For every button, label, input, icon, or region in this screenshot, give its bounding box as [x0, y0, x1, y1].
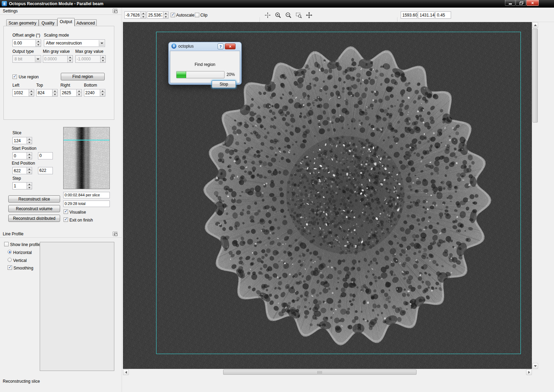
- coord-x-value[interactable]: [126, 12, 140, 18]
- settings-float-button[interactable]: [113, 9, 117, 13]
- show-line-profile-checkbox[interactable]: [4, 242, 9, 246]
- step-spin-buttons[interactable]: [27, 183, 32, 189]
- region-bottom-value[interactable]: [85, 90, 99, 96]
- vertical-scroll-thumb[interactable]: [533, 29, 538, 122]
- step-value[interactable]: [14, 183, 26, 189]
- start-position-value[interactable]: [14, 153, 26, 159]
- smoothing-checkbox[interactable]: [8, 265, 12, 270]
- autoscale-checkbox[interactable]: [171, 13, 175, 17]
- chevron-down-icon[interactable]: [99, 40, 104, 46]
- settings-panel-title: Settings: [3, 9, 18, 13]
- sinogram-preview-canvas: [64, 127, 109, 189]
- find-region-button[interactable]: Find region: [61, 73, 105, 80]
- scaling-mode-select[interactable]: After reconstruction: [44, 39, 105, 47]
- offset-angle-input[interactable]: [12, 39, 41, 47]
- pan-icon: [306, 12, 313, 19]
- start-position-spin-buttons[interactable]: [27, 153, 32, 159]
- offset-angle-value[interactable]: [14, 40, 35, 46]
- slice-spin-buttons[interactable]: [27, 137, 32, 144]
- region-bottom-spin-buttons[interactable]: [100, 89, 105, 96]
- vertical-radio[interactable]: [8, 258, 12, 262]
- crosshair-tool-button[interactable]: [263, 11, 272, 20]
- end-position-value[interactable]: [14, 168, 26, 174]
- slice-input[interactable]: [12, 137, 32, 144]
- readout-value-field: 0.45: [435, 11, 451, 19]
- region-top-value[interactable]: [38, 90, 51, 96]
- start-position-input-2[interactable]: 0: [38, 152, 53, 159]
- region-left-value[interactable]: [14, 90, 28, 96]
- tab-quality[interactable]: Quality: [39, 19, 57, 26]
- region-right-value[interactable]: [62, 90, 75, 96]
- coord-x-input[interactable]: [124, 11, 146, 19]
- octoplus-progress-dialog: 8 octoplus ? × Find region 20% Stop: [169, 42, 241, 85]
- region-bottom-label: Bottom: [84, 83, 97, 88]
- region-left-spin-buttons[interactable]: [29, 89, 34, 96]
- region-right-label: Right: [60, 83, 70, 88]
- minimize-icon: [509, 3, 512, 4]
- offset-angle-spin-buttons[interactable]: [36, 40, 41, 47]
- dialog-help-button[interactable]: ?: [218, 43, 223, 49]
- dialog-close-button[interactable]: ×: [225, 43, 236, 49]
- scroll-left-button[interactable]: [123, 369, 129, 375]
- horizontal-scrollbar[interactable]: [123, 369, 532, 375]
- spin-down-icon[interactable]: [36, 43, 41, 47]
- line-profile-float-button[interactable]: [113, 232, 117, 236]
- line-profile-panel-header: Line Profile: [0, 231, 122, 238]
- tab-output[interactable]: Output: [57, 18, 75, 26]
- dialog-message: Find region: [170, 62, 240, 67]
- spin-up-icon[interactable]: [36, 40, 41, 43]
- zoom-region-icon: [295, 12, 302, 19]
- region-top-input[interactable]: [36, 89, 58, 97]
- coord-y-input[interactable]: [147, 11, 169, 19]
- region-right-input[interactable]: [60, 89, 82, 97]
- zoom-out-tool-button[interactable]: [284, 11, 293, 20]
- tab-scan-geometry[interactable]: Scan geometry: [6, 19, 39, 26]
- region-bottom-input[interactable]: [84, 89, 105, 97]
- horizontal-radio[interactable]: [8, 250, 12, 254]
- end-position-input[interactable]: [12, 167, 32, 174]
- pan-tool-button[interactable]: [305, 11, 314, 20]
- close-icon: ×: [531, 0, 534, 6]
- scroll-down-button[interactable]: [532, 363, 538, 369]
- scroll-right-button[interactable]: [526, 369, 532, 375]
- per-slice-time-field: 0:00:02.844 per slice: [63, 192, 110, 198]
- zoom-in-tool-button[interactable]: [274, 11, 283, 20]
- vertical-scrollbar[interactable]: [532, 22, 538, 369]
- region-left-input[interactable]: [12, 89, 34, 97]
- slice-value[interactable]: [14, 138, 26, 144]
- scaling-mode-value: After reconstruction: [46, 41, 98, 46]
- coord-y-value[interactable]: [148, 12, 162, 18]
- horizontal-label: Horizontal: [13, 250, 32, 255]
- minimize-button[interactable]: [505, 0, 515, 6]
- coord-x-spin-buttons[interactable]: [141, 12, 146, 18]
- sinogram-preview: [63, 127, 110, 189]
- horizontal-scroll-thumb[interactable]: [223, 370, 417, 375]
- chevron-down-icon: [35, 56, 40, 62]
- exit-on-finish-checkbox[interactable]: [64, 217, 68, 222]
- min-gray-label: Min gray value: [43, 49, 70, 54]
- region-top-spin-buttons[interactable]: [52, 89, 57, 96]
- restore-button[interactable]: [516, 0, 526, 6]
- end-position-input-2[interactable]: 622: [38, 167, 53, 174]
- clip-checkbox[interactable]: [195, 13, 199, 17]
- tab-advanced[interactable]: Advanced: [75, 19, 97, 26]
- end-position-spin-buttons[interactable]: [27, 167, 32, 174]
- use-region-checkbox[interactable]: [12, 75, 17, 79]
- zoom-region-tool-button[interactable]: [294, 11, 303, 20]
- reconstruct-distributed-button[interactable]: Reconstruct distributed: [8, 215, 60, 222]
- close-button[interactable]: ×: [526, 0, 539, 6]
- stop-button[interactable]: Stop: [212, 80, 236, 88]
- reconstruct-slice-button[interactable]: Reconstruct slice: [8, 195, 60, 203]
- coord-y-spin-buttons[interactable]: [163, 12, 168, 18]
- end-position-label: End Position: [12, 161, 35, 166]
- window-title-bar: 8 Octopus Reconstruction Module - Parall…: [0, 0, 554, 8]
- max-gray-label: Max gray value: [75, 49, 103, 54]
- progress-bar: [176, 71, 225, 78]
- visualise-checkbox[interactable]: [64, 209, 68, 214]
- output-type-value: 8 bit: [15, 57, 34, 61]
- scroll-up-button[interactable]: [532, 22, 538, 28]
- region-right-spin-buttons[interactable]: [76, 89, 82, 96]
- start-position-input[interactable]: [12, 152, 32, 159]
- reconstruct-volume-button[interactable]: Reconstruct volume: [8, 205, 60, 212]
- step-input[interactable]: [12, 182, 32, 189]
